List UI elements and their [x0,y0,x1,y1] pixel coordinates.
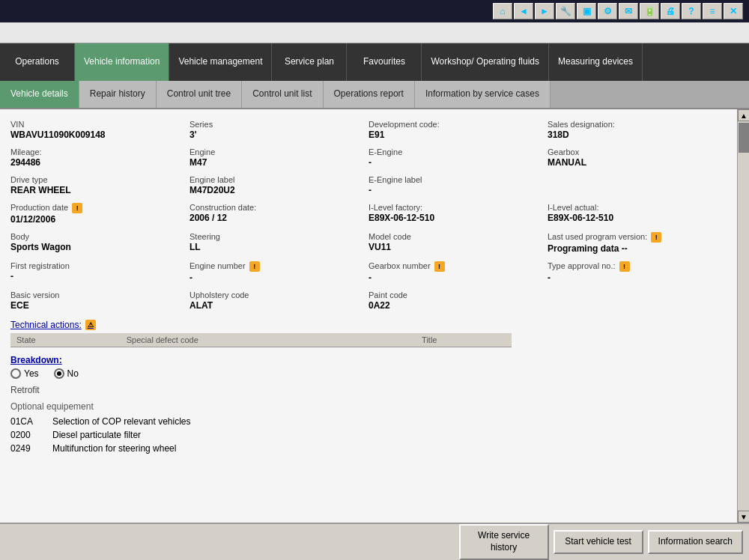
main-nav-item-operations[interactable]: Operations [0,43,75,81]
detail-cell-5-0: First registration- [10,258,189,287]
camera-btn[interactable]: ▣ [577,3,596,19]
main-nav: OperationsVehicle informationVehicle man… [0,43,749,81]
detail-label-6-2: Paint code [369,290,543,299]
main-nav-item-vehicle-info[interactable]: Vehicle information [75,43,169,81]
optional-item-1: 0200Diesel particulate filter [10,428,727,442]
detail-cell-0-0: VINWBAVU11090K009148 [10,117,189,144]
detail-cell-4-1: SteeringLL [189,229,369,258]
technical-actions-label[interactable]: Technical actions: ⚠ [10,320,727,330]
detail-label-6-0: Basic version [10,290,185,299]
optional-code-0: 01CA [10,416,40,427]
detail-cell-3-0: Production date !01/12/2006 [10,200,189,229]
detail-value-1-1: M47 [189,157,364,168]
detail-value-6-1: ALAT [189,300,364,311]
list-btn[interactable]: ≡ [703,3,722,19]
sub-nav-item-control-unit-tree[interactable]: Control unit tree [157,81,242,108]
home-btn[interactable]: ⌂ [493,3,512,19]
detail-value-5-2: - [369,273,543,283]
scroll-thumb[interactable] [739,123,749,153]
detail-value-6-2: 0A22 [369,300,543,311]
forward-btn[interactable]: ► [535,3,554,19]
detail-cell-5-2: Gearbox number !- [369,258,548,287]
main-nav-item-workshop[interactable]: Workshop/ Operating fluids [422,43,549,81]
breakdown-no[interactable]: No [54,368,79,379]
detail-label-1-1: Engine [189,147,364,156]
breakdown-yes-circle[interactable] [10,368,21,379]
detail-label-2-1: Engine label [189,175,364,184]
main-nav-item-vehicle-mgmt[interactable]: Vehicle management [169,43,272,81]
breakdown-yes[interactable]: Yes [10,368,39,379]
defect-table: State Special defect code Title [10,333,512,347]
detail-value-0-3: 318D [548,130,722,140]
warn-icon-4-3: ! [651,232,661,243]
detail-value-2-2: - [369,185,543,195]
warn-icon-5-1: ! [249,261,260,272]
optional-desc-1: Diesel particulate filter [52,430,141,440]
detail-label-3-2: I-Level factory: [369,203,543,212]
detail-cell-0-1: Series3' [189,117,369,144]
optional-desc-2: Multifunction for steering wheel [52,443,176,454]
main-nav-item-favourites[interactable]: Favourites [347,43,422,81]
defect-col-state: State [10,333,121,347]
detail-cell-4-2: Model codeVU11 [369,229,548,258]
breakdown-radio-group: Yes No [10,368,727,379]
battery-btn[interactable]: 🔋 [640,3,659,19]
sub-nav-item-repair-history[interactable]: Repair history [79,81,157,108]
detail-value-4-0: Sports Wagon [10,242,185,252]
detail-cell-2-1: Engine labelM47D20U2 [189,172,369,200]
warn-icon-5-2: ! [434,261,445,272]
detail-value-2-0: REAR WHEEL [10,185,185,195]
detail-cell-6-2: Paint code0A22 [369,287,548,315]
scroll-up-arrow[interactable]: ▲ [738,109,749,121]
detail-value-6-0: ECE [10,300,185,311]
optional-equipment-section: Optional equipement 01CASelection of COP… [10,401,727,455]
back-btn[interactable]: ◄ [514,3,533,19]
sub-nav-item-vehicle-details[interactable]: Vehicle details [0,81,79,108]
warn-icon-5-3: ! [619,261,630,272]
detail-label-3-1: Construction date: [189,203,364,212]
detail-cell-4-0: BodySports Wagon [10,229,189,258]
main-nav-item-service-plan[interactable]: Service plan [272,43,347,81]
email-btn[interactable]: ✉ [619,3,638,19]
detail-cell-5-1: Engine number !- [189,258,369,287]
detail-label-6-1: Upholstery code [189,290,364,299]
scroll-down-arrow[interactable]: ▼ [738,511,749,523]
help-btn[interactable]: ? [682,3,701,19]
write-service-history-button[interactable]: Write service history [459,524,549,559]
breakdown-no-circle[interactable] [54,368,64,379]
detail-label-5-2: Gearbox number ! [369,261,543,272]
detail-cell-1-1: EngineM47 [189,144,369,172]
detail-label-2-2: E-Engine label [369,175,543,184]
settings-btn[interactable]: ⚙ [598,3,617,19]
defect-col-code: Special defect code [121,333,416,347]
wrench-btn[interactable]: 🔧 [556,3,575,19]
content-area: VINWBAVU11090K009148Series3'Development … [0,109,749,523]
content-scroll[interactable]: VINWBAVU11090K009148Series3'Development … [0,109,737,523]
warn-icon-3-0: ! [72,203,82,213]
print-btn[interactable]: 🖨 [661,3,680,19]
technical-actions-text: Technical actions: [10,320,82,330]
sub-nav-item-operations-report[interactable]: Operations report [324,81,415,108]
detail-value-0-2: E91 [369,130,543,140]
detail-value-4-2: VU11 [369,242,543,252]
detail-value-0-1: 3' [189,130,364,140]
detail-cell-3-3: I-Level actual:E89X-06-12-510 [548,200,727,229]
optional-item-0: 01CASelection of COP relevant vehicles [10,415,727,428]
start-vehicle-test-button[interactable]: Start vehicle test [554,530,643,554]
detail-value-5-0: - [10,271,185,281]
defect-col-title: Title [416,333,512,347]
detail-value-3-0: 01/12/2006 [10,214,185,225]
detail-value-2-1: M47D20U2 [189,185,364,195]
detail-cell-5-3: Type approval no.: !- [548,258,727,287]
scrollbar[interactable]: ▲ ▼ [737,109,749,523]
sub-nav-item-control-unit-list[interactable]: Control unit list [242,81,323,108]
main-nav-item-measuring[interactable]: Measuring devices [549,43,643,81]
detail-label-4-1: Steering [189,232,364,241]
detail-label-0-3: Sales designation: [548,120,722,129]
scroll-track[interactable] [738,121,749,511]
detail-value-4-3: Programing data -- [548,243,722,254]
information-search-button[interactable]: Information search [648,530,743,554]
sub-nav-item-info-by-service[interactable]: Information by service cases [415,81,551,108]
detail-cell-3-2: I-Level factory:E89X-06-12-510 [369,200,548,229]
close-btn[interactable]: ✕ [724,3,743,19]
